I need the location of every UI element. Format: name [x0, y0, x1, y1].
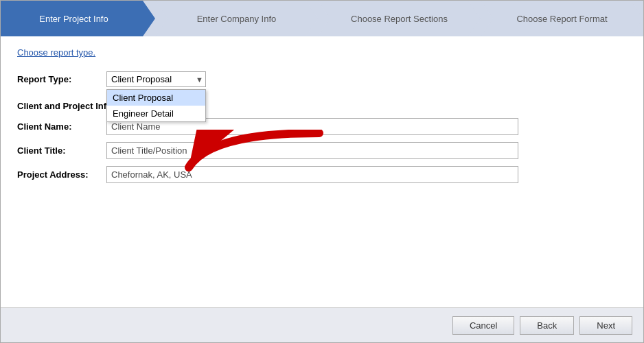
- choose-report-label[interactable]: Choose report type.: [17, 47, 627, 58]
- step-project[interactable]: Enter Project Info: [1, 1, 155, 36]
- client-title-label: Client Title:: [17, 145, 106, 156]
- project-address-label: Project Address:: [17, 169, 106, 180]
- step-company[interactable]: Enter Company Info: [155, 1, 318, 36]
- red-arrow-indicator: [168, 130, 326, 193]
- client-title-row: Client Title:: [17, 142, 627, 159]
- wizard-container: Enter Project Info Enter Company Info Ch…: [0, 0, 644, 343]
- content-area: Choose report type. Report Type: Client …: [1, 36, 643, 307]
- dropdown-item-client-proposal[interactable]: Client Proposal: [107, 90, 205, 106]
- client-title-input[interactable]: [106, 142, 518, 159]
- step-format[interactable]: Choose Report Format: [481, 1, 643, 36]
- report-type-select[interactable]: Client Proposal Engineer Detail: [106, 71, 206, 87]
- project-address-row: Project Address:: [17, 166, 627, 183]
- next-button[interactable]: Next: [579, 316, 632, 335]
- dropdown-item-engineer-detail[interactable]: Engineer Detail: [107, 106, 205, 121]
- footer: Cancel Back Next: [1, 308, 643, 342]
- back-button[interactable]: Back: [520, 316, 574, 335]
- project-address-input[interactable]: [106, 166, 518, 183]
- step-sections[interactable]: Choose Report Sections: [318, 1, 481, 36]
- dropdown-menu: Client Proposal Engineer Detail: [106, 89, 206, 122]
- report-type-row: Report Type: Client Proposal Engineer De…: [17, 71, 627, 87]
- step-bar: Enter Project Info Enter Company Info Ch…: [1, 1, 643, 36]
- cancel-button[interactable]: Cancel: [452, 316, 514, 335]
- report-type-label: Report Type:: [17, 71, 106, 84]
- client-name-label: Client Name:: [17, 121, 106, 132]
- report-type-select-wrapper[interactable]: Client Proposal Engineer Detail ▼: [106, 71, 206, 87]
